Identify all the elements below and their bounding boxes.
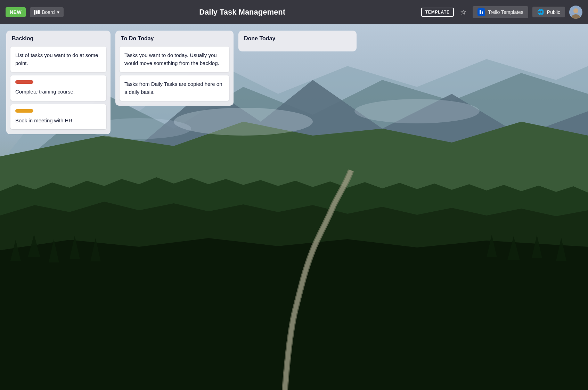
list-done-today: Done Today bbox=[238, 31, 357, 51]
list-title-backlog: Backlog bbox=[10, 35, 106, 42]
card-backlog-3[interactable]: Book in meeting with HR bbox=[10, 104, 106, 130]
svg-point-1 bbox=[573, 8, 578, 13]
card-todo-2[interactable]: Tasks from Daily Tasks are copied here o… bbox=[120, 75, 229, 101]
globe-icon: 🌐 bbox=[537, 9, 544, 15]
trello-templates-button[interactable]: Trello Templates bbox=[473, 6, 528, 18]
main-header: NEW Board ▾ Daily Task Management TEMPLA… bbox=[0, 0, 588, 24]
list-backlog: Backlog List of tasks you want to do at … bbox=[6, 31, 111, 134]
star-button[interactable]: ☆ bbox=[458, 7, 468, 18]
card-label-orange bbox=[15, 109, 33, 113]
card-backlog-2[interactable]: Complete training course. bbox=[10, 75, 106, 101]
public-button[interactable]: 🌐 Public bbox=[532, 7, 565, 17]
new-button[interactable]: NEW bbox=[6, 7, 26, 17]
board-view-icon bbox=[34, 10, 40, 15]
public-label: Public bbox=[547, 9, 560, 15]
card-text-backlog-1: List of tasks you want to do at some poi… bbox=[15, 51, 101, 67]
trello-templates-label: Trello Templates bbox=[488, 9, 523, 15]
card-text-backlog-3: Book in meeting with HR bbox=[15, 117, 101, 125]
template-badge-button[interactable]: TEMPLATE bbox=[421, 8, 454, 17]
card-text-todo-1: Tasks you want to do today. Usually you … bbox=[124, 51, 224, 67]
page-title: Daily Task Management bbox=[68, 8, 417, 17]
board-area: Backlog List of tasks you want to do at … bbox=[0, 24, 588, 140]
avatar[interactable] bbox=[569, 6, 582, 19]
card-text-backlog-2: Complete training course. bbox=[15, 88, 101, 96]
card-text-todo-2: Tasks from Daily Tasks are copied here o… bbox=[124, 80, 224, 96]
board-view-button[interactable]: Board ▾ bbox=[30, 7, 63, 17]
trello-logo-icon bbox=[477, 8, 485, 16]
chevron-down-icon: ▾ bbox=[57, 9, 59, 15]
board-label: Board bbox=[42, 9, 55, 15]
card-label-red bbox=[15, 80, 33, 84]
list-title-to-do-today: To Do Today bbox=[120, 35, 229, 42]
avatar-image bbox=[569, 6, 582, 19]
card-todo-1[interactable]: Tasks you want to do today. Usually you … bbox=[120, 47, 229, 72]
list-to-do-today: To Do Today Tasks you want to do today. … bbox=[115, 31, 234, 106]
card-backlog-1[interactable]: List of tasks you want to do at some poi… bbox=[10, 47, 106, 72]
list-title-done-today: Done Today bbox=[243, 35, 352, 42]
